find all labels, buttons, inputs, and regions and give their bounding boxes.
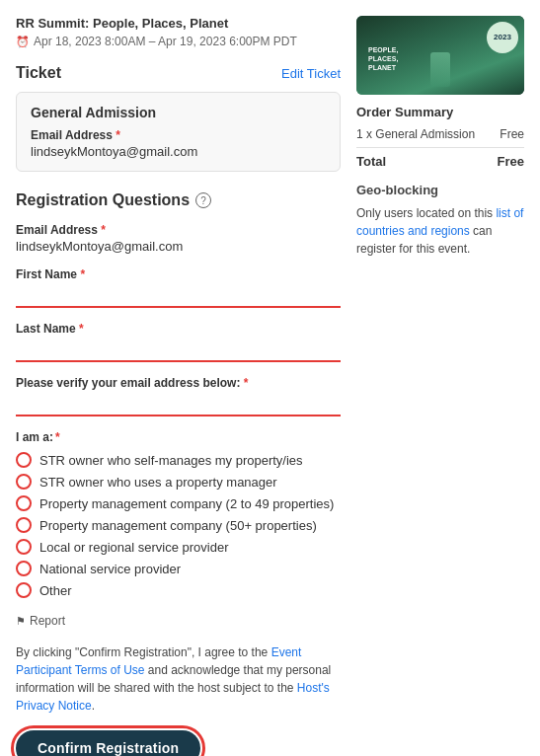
radio-circle-6: [16, 582, 32, 598]
ticket-email-value: lindseykMontoya@gmail.com: [31, 144, 326, 159]
radio-item-0[interactable]: STR owner who self-manages my property/i…: [16, 452, 341, 468]
radio-circle-1: [16, 474, 32, 490]
edit-ticket-link[interactable]: Edit Ticket: [281, 66, 341, 81]
radio-circle-4: [16, 539, 32, 555]
geo-blocking-section: Geo-blocking Only users located on this …: [356, 181, 524, 258]
verify-email-label: Please verify your email address below: …: [16, 376, 341, 390]
radio-item-6[interactable]: Other: [16, 582, 341, 598]
reg-email-label: Email Address *: [16, 223, 341, 237]
i-am-group: I am a: * STR owner who self-manages my …: [16, 430, 341, 598]
radio-circle-2: [16, 495, 32, 511]
radio-item-2[interactable]: Property management company (2 to 49 pro…: [16, 495, 341, 511]
ticket-box: General Admission Email Address * lindse…: [16, 92, 341, 172]
last-name-label: Last Name *: [16, 322, 341, 336]
ticket-section-title: Ticket: [16, 64, 61, 82]
flag-icon: ⚑: [16, 615, 26, 628]
confirm-registration-button[interactable]: Confirm Registration: [16, 730, 200, 756]
radio-item-4[interactable]: Local or regional service provider: [16, 539, 341, 555]
first-name-label: First Name *: [16, 267, 341, 281]
event-title: RR Summit: People, Places, Planet: [16, 16, 341, 31]
radio-item-1[interactable]: STR owner who uses a property manager: [16, 474, 341, 490]
clock-icon: ⏰: [16, 36, 30, 48]
radio-circle-5: [16, 561, 32, 576]
report-link[interactable]: ⚑ Report: [16, 614, 341, 628]
first-name-input[interactable]: [16, 283, 341, 308]
radio-circle-0: [16, 452, 32, 468]
reg-email-value: lindseykMontoya@gmail.com: [16, 239, 341, 254]
verify-email-input[interactable]: [16, 392, 341, 416]
terms-text: By clicking "Confirm Registration", I ag…: [16, 643, 341, 715]
order-item-row: 1 x General Admission Free: [356, 127, 524, 141]
ticket-email-label: Email Address *: [31, 128, 326, 142]
verify-email-group: Please verify your email address below: …: [16, 376, 341, 416]
last-name-group: Last Name *: [16, 322, 341, 362]
reg-questions-title: Registration Questions: [16, 191, 190, 209]
radio-item-3[interactable]: Property management company (50+ propert…: [16, 517, 341, 533]
ticket-type: General Admission: [31, 105, 326, 120]
first-name-group: First Name *: [16, 267, 341, 308]
info-icon[interactable]: ?: [195, 192, 211, 208]
order-summary-title: Order Summary: [356, 105, 524, 119]
order-total-row: Total Free: [356, 147, 524, 169]
radio-group: STR owner who self-manages my property/i…: [16, 452, 341, 598]
event-thumbnail: RR APR 18-19 2023 PEOPLE,PLACES,PLANET: [356, 16, 524, 95]
radio-circle-3: [16, 517, 32, 533]
i-am-label: I am a: *: [16, 430, 341, 444]
event-date: ⏰ Apr 18, 2023 8:00AM – Apr 19, 2023 6:0…: [16, 35, 341, 48]
year-badge: 2023: [487, 22, 518, 53]
geo-blocking-title: Geo-blocking: [356, 181, 524, 200]
radio-item-5[interactable]: National service provider: [16, 561, 341, 576]
last-name-input[interactable]: [16, 338, 341, 362]
reg-email-group: Email Address * lindseykMontoya@gmail.co…: [16, 223, 341, 254]
